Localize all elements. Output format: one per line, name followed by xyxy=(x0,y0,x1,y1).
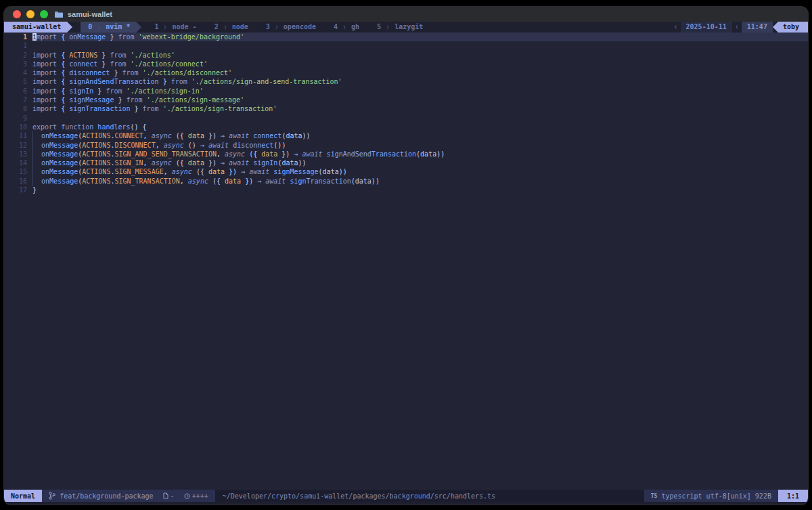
line-number: 11 xyxy=(4,131,32,140)
window-bottom-padding xyxy=(4,502,808,505)
tmux-window-node[interactable]: 2›node xyxy=(210,22,253,33)
line-number: 2 xyxy=(4,51,32,60)
line-content: } xyxy=(32,186,808,194)
line-number: 4 xyxy=(4,68,32,77)
session-clock-value: ++++ xyxy=(192,492,208,500)
chevron-right-icon: › xyxy=(164,19,167,35)
code-line[interactable]: 16 onMessage(ACTIONS.SIGN_TRANSACTION, a… xyxy=(4,177,808,186)
code-line[interactable]: 1import { onMessage } from 'webext-bridg… xyxy=(4,33,808,41)
tmux-date: 2025-10-11 xyxy=(681,22,732,33)
powerline-arrow-icon xyxy=(67,22,72,33)
tmux-user: toby xyxy=(778,22,808,33)
line-number: 6 xyxy=(4,87,32,95)
filetype-segment: TS typescript utf-8[unix] 922B xyxy=(644,490,778,502)
tmux-time: 11:47 xyxy=(742,22,773,33)
statusline: Normal feat/background-package - ++++ xyxy=(4,490,808,502)
line-content xyxy=(32,114,808,123)
window-title: samui-wallet xyxy=(68,10,112,18)
line-content: import { signTransaction } from './actio… xyxy=(32,104,808,113)
line-content xyxy=(32,41,808,50)
cursor-position: 1:1 xyxy=(778,490,808,502)
editor-buffer[interactable]: 1import { onMessage } from 'webext-bridg… xyxy=(4,33,808,490)
code-line[interactable]: 2import { ACTIONS } from './actions' xyxy=(4,51,808,60)
code-line[interactable]: 13 onMessage(ACTIONS.SIGN_AND_SEND_TRANS… xyxy=(4,150,808,158)
code-line[interactable]: 10export function handlers() { xyxy=(4,123,808,131)
line-number: 1 xyxy=(4,33,32,41)
code-line[interactable]: 4import { disconnect } from './actions/d… xyxy=(4,68,808,77)
traffic-lights xyxy=(13,10,48,18)
file-status-value: - xyxy=(171,492,175,500)
line-number: 1 xyxy=(4,41,32,50)
code-line[interactable]: 15 onMessage(ACTIONS.SIGN_MESSAGE, async… xyxy=(4,167,808,176)
line-content: onMessage(ACTIONS.SIGN_TRANSACTION, asyn… xyxy=(32,177,808,186)
line-number: 15 xyxy=(4,167,32,176)
line-content: onMessage(ACTIONS.DISCONNECT, async () ⇒… xyxy=(32,141,808,150)
line-content: import { ACTIONS } from './actions' xyxy=(32,51,808,60)
chevron-right-icon: › xyxy=(97,19,101,35)
code-line[interactable]: 5import { signAndSendTransaction } from … xyxy=(4,77,808,86)
line-content: import { onMessage } from 'webext-bridge… xyxy=(32,33,808,41)
line-number: 10 xyxy=(4,123,32,131)
git-segment[interactable]: feat/background-package - ++++ xyxy=(42,490,215,502)
git-branch-name: feat/background-package xyxy=(60,492,153,500)
titlebar: samui-wallet xyxy=(4,7,808,22)
line-number: 12 xyxy=(4,141,32,150)
file-size: 922B xyxy=(755,492,771,500)
minimize-button[interactable] xyxy=(26,10,35,18)
line-content: onMessage(ACTIONS.SIGN_MESSAGE, async ({… xyxy=(32,167,808,176)
git-branch-icon xyxy=(49,492,55,500)
line-number: 7 xyxy=(4,95,32,104)
line-content: import { connect } from './actions/conne… xyxy=(32,60,808,68)
chevron-left-icon: ‹ xyxy=(732,20,742,35)
chevron-right-icon: › xyxy=(275,19,278,35)
line-content: import { disconnect } from './actions/di… xyxy=(32,68,808,77)
code-line[interactable]: 11 onMessage(ACTIONS.CONNECT, async ({ d… xyxy=(4,131,808,140)
chevron-left-icon: ‹ xyxy=(671,20,681,35)
tmux-status-bar: samui-wallet 0›nvim *1›node -2›node3›ope… xyxy=(4,22,808,33)
line-content: onMessage(ACTIONS.CONNECT, async ({ data… xyxy=(32,131,808,140)
line-number: 8 xyxy=(4,104,32,113)
folder-icon xyxy=(54,11,64,18)
line-number: 3 xyxy=(4,60,32,68)
code-line[interactable]: 14 onMessage(ACTIONS.SIGN_IN, async ({ d… xyxy=(4,158,808,167)
code-line[interactable]: 9 xyxy=(4,114,808,123)
line-number: 14 xyxy=(4,158,32,167)
session-clock-badge: ++++ xyxy=(184,492,208,500)
code-line[interactable]: 17} xyxy=(4,186,808,194)
code-line[interactable]: 7import { signMessage } from './actions/… xyxy=(4,95,808,104)
powerline-arrow-icon xyxy=(136,22,141,33)
filetype-label: typescript xyxy=(661,492,702,500)
line-content: export function handlers() { xyxy=(32,123,808,131)
tmux-window-node[interactable]: 1›node - xyxy=(150,22,201,33)
tmux-window-nvim[interactable]: 0›nvim * xyxy=(81,22,136,33)
statusline-spacer xyxy=(503,490,644,502)
line-content: onMessage(ACTIONS.SIGN_AND_SEND_TRANSACT… xyxy=(32,150,808,158)
code-line[interactable]: 8import { signTransaction } from './acti… xyxy=(4,104,808,113)
line-number: 16 xyxy=(4,177,32,186)
fullscreen-button[interactable] xyxy=(40,10,48,18)
line-content: onMessage(ACTIONS.SIGN_IN, async ({ data… xyxy=(32,158,808,167)
tmux-window-lazygit[interactable]: 5›lazygit xyxy=(372,22,428,33)
tmux-status-right: ‹ 2025-10-11 ‹ 11:47 toby xyxy=(671,22,808,33)
tmux-window-list: 0›nvim *1›node -2›node3›opencode4›gh5›la… xyxy=(72,22,428,33)
code-line[interactable]: 1 xyxy=(4,41,808,50)
tmux-session-name[interactable]: samui-wallet xyxy=(4,22,67,33)
line-number: 9 xyxy=(4,114,32,123)
typescript-icon: TS xyxy=(651,493,658,499)
code-line[interactable]: 6import { signIn } from './actions/sign-… xyxy=(4,87,808,95)
code-line[interactable]: 3import { connect } from './actions/conn… xyxy=(4,60,808,68)
line-number: 13 xyxy=(4,150,32,158)
tmux-window-gh[interactable]: 4›gh xyxy=(329,22,364,33)
chevron-right-icon: › xyxy=(386,19,389,35)
chevron-right-icon: › xyxy=(342,19,346,35)
line-number: 5 xyxy=(4,77,32,86)
close-button[interactable] xyxy=(13,10,21,18)
tmux-window-opencode[interactable]: 3›opencode xyxy=(261,22,321,33)
desktop: { "titlebar": { "title": "samui-wallet" … xyxy=(0,0,812,510)
file-status-badge: - xyxy=(163,492,175,500)
line-content: import { signIn } from './actions/sign-i… xyxy=(32,87,808,95)
chevron-right-icon: › xyxy=(223,19,227,35)
code-line[interactable]: 12 onMessage(ACTIONS.DISCONNECT, async (… xyxy=(4,141,808,150)
line-content: import { signMessage } from './actions/s… xyxy=(32,95,808,104)
encoding-label: utf-8[unix] xyxy=(706,492,751,500)
